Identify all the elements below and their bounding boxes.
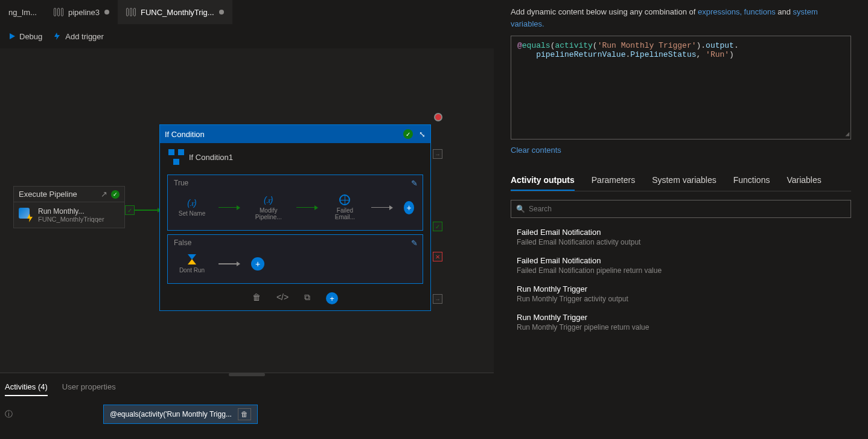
edit-branch-icon[interactable]: ✎: [411, 179, 418, 188]
node-footer-toolbar: 🗑 </> ⧉ +: [160, 287, 430, 310]
list-item[interactable]: Run Monthly Trigger Run Monthly Trigger …: [517, 313, 851, 332]
activity-failed-email[interactable]: Failed Email...: [329, 194, 360, 220]
port-success-icon[interactable]: [433, 222, 442, 231]
tab-variables[interactable]: Variables: [787, 170, 821, 191]
list-item[interactable]: Failed Email Notification Failed Email N…: [517, 256, 851, 275]
search-input[interactable]: [529, 205, 846, 213]
tab-parameters[interactable]: Parameters: [592, 170, 635, 191]
result-subtitle: Run Monthly Trigger activity output: [517, 295, 851, 303]
arrow-icon: [296, 205, 318, 210]
tab-pipeline3[interactable]: pipeline3: [45, 0, 118, 24]
search-box[interactable]: 🔍: [511, 200, 851, 218]
collapse-icon[interactable]: ⤡: [419, 130, 426, 139]
true-label: True: [168, 175, 423, 188]
arrow-icon: [219, 261, 240, 266]
act-label: Set Name: [179, 210, 205, 217]
expression-editor[interactable]: @equals(activity('Run Monthly Trigger').…: [511, 36, 851, 139]
code-icon[interactable]: </>: [276, 292, 289, 304]
activity-output-list: Failed Email Notification Failed Email N…: [511, 228, 851, 332]
tab-label: ng_Im...: [8, 8, 37, 17]
pipeline-icon: [126, 8, 136, 16]
act-label: Modify Pipeline...: [251, 207, 286, 220]
tab-func-monthly[interactable]: FUNC_MonthlyTrig...: [118, 0, 232, 24]
false-branch[interactable]: ✎ False Dont Run +: [167, 234, 423, 284]
list-item[interactable]: Run Monthly Trigger Run Monthly Trigger …: [517, 284, 851, 303]
expression-pill[interactable]: @equals(activity('Run Monthly Trigg... 🗑: [103, 405, 258, 424]
activity-dont-run[interactable]: Dont Run: [176, 254, 208, 274]
result-subtitle: Failed Email Notification activity outpu…: [517, 238, 851, 246]
if-header-label: If Condition: [165, 130, 205, 139]
tab-prev[interactable]: ng_Im...: [0, 0, 45, 24]
status-ok-icon: ✓: [111, 190, 120, 199]
validation-ok-icon: ✓: [403, 129, 413, 139]
if-condition-icon: [168, 149, 184, 165]
exec-title: Run Monthly...: [38, 207, 104, 216]
debug-label: Debug: [19, 32, 42, 41]
connector-success: ✓: [125, 205, 161, 215]
expressions-link[interactable]: expressions, functions: [698, 7, 776, 16]
info-icon: ⓘ: [5, 409, 13, 420]
port-success-icon: ✓: [125, 205, 135, 215]
pipeline-icon: [54, 8, 63, 16]
copy-icon[interactable]: ⧉: [304, 292, 310, 304]
if-condition-node[interactable]: If Condition ✓ ⤡ If Condition1 ✎ True (𝑥…: [159, 124, 431, 311]
act-label: Failed Email...: [329, 207, 360, 220]
open-link-icon[interactable]: ↗: [101, 190, 107, 199]
result-title: Run Monthly Trigger: [517, 284, 851, 293]
resize-handle-icon[interactable]: ◢: [845, 130, 849, 138]
act-label: Dont Run: [179, 267, 205, 274]
add-activity-button[interactable]: +: [251, 257, 264, 271]
exec-header-label: Execute Pipeline: [19, 190, 77, 199]
if-title: If Condition1: [189, 153, 233, 162]
variable-icon: (𝑥): [264, 195, 273, 205]
variable-icon: (𝑥): [187, 198, 196, 208]
port-skip-icon[interactable]: [433, 294, 442, 304]
bottom-panel: Activities (4) User properties ⓘ @equals…: [0, 373, 494, 439]
tab-activities[interactable]: Activities (4): [5, 382, 48, 396]
delete-expression-icon[interactable]: 🗑: [238, 408, 251, 420]
exec-subtitle: FUNC_MonthlyTriqqer: [38, 216, 104, 223]
dynamic-content-panel: Add dynamic content below using any comb…: [494, 0, 868, 439]
pipeline-canvas[interactable]: Execute Pipeline ↗ ✓ Run Monthly... FUNC…: [0, 48, 494, 373]
toolbar: Debug Add trigger: [0, 24, 494, 48]
activity-set-name[interactable]: (𝑥) Set Name: [176, 198, 208, 217]
dirty-dot-icon: [104, 10, 109, 14]
port-completion-icon[interactable]: [433, 149, 442, 159]
delete-icon[interactable]: 🗑: [252, 292, 261, 304]
tab-activity-outputs[interactable]: Activity outputs: [511, 170, 575, 191]
result-subtitle: Failed Email Notification pipeline retur…: [517, 266, 851, 275]
result-title: Run Monthly Trigger: [517, 313, 851, 322]
tab-label: FUNC_MonthlyTrig...: [141, 8, 214, 17]
arrow-icon: [371, 205, 393, 210]
add-button[interactable]: +: [326, 292, 338, 304]
execute-pipeline-node[interactable]: Execute Pipeline ↗ ✓ Run Monthly... FUNC…: [13, 186, 125, 228]
tab-label: pipeline3: [68, 8, 100, 17]
tab-functions[interactable]: Functions: [733, 170, 770, 191]
add-trigger-label: Add trigger: [65, 32, 104, 41]
search-icon: 🔍: [516, 205, 525, 213]
result-title: Failed Email Notification: [517, 228, 851, 237]
tab-strip: ng_Im... pipeline3 FUNC_MonthlyTrig...: [0, 0, 494, 24]
output-ports: [433, 149, 442, 304]
add-trigger-button[interactable]: Add trigger: [53, 32, 104, 41]
dirty-dot-icon: [219, 10, 224, 14]
port-failure-icon[interactable]: [433, 252, 442, 261]
add-activity-button[interactable]: +: [404, 201, 414, 214]
arrow-icon: [219, 205, 240, 210]
edit-branch-icon[interactable]: ✎: [411, 239, 418, 248]
expression-text: @equals(activity('Run Monthly Trigg...: [110, 410, 232, 418]
debug-button[interactable]: Debug: [8, 32, 42, 41]
list-item[interactable]: Failed Email Notification Failed Email N…: [517, 228, 851, 246]
tab-user-properties[interactable]: User properties: [62, 382, 116, 396]
false-label: False: [168, 235, 423, 248]
status-indicator-icon: [434, 113, 442, 121]
clear-contents-link[interactable]: Clear contents: [511, 146, 851, 155]
activity-modify-pipeline[interactable]: (𝑥) Modify Pipeline...: [251, 195, 286, 220]
tab-system-variables[interactable]: System variables: [652, 170, 716, 191]
instruction-text: Add dynamic content below using any comb…: [511, 6, 851, 30]
result-title: Failed Email Notification: [517, 256, 851, 265]
true-branch[interactable]: ✎ True (𝑥) Set Name (𝑥) Modify Pipeline.…: [167, 175, 423, 231]
wait-icon: [188, 254, 196, 265]
web-icon: [339, 194, 350, 205]
result-subtitle: Run Monthly Trigger pipeline return valu…: [517, 323, 851, 332]
